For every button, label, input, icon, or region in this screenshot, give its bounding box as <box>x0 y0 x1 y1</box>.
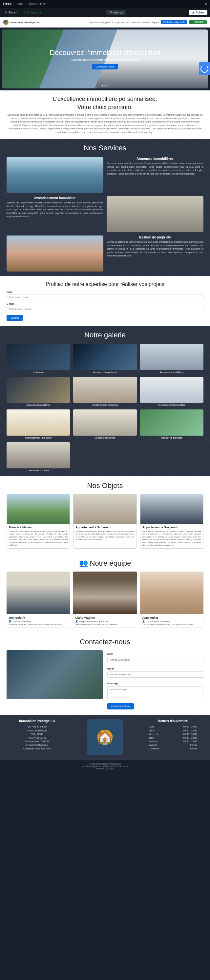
property-title: Maison à Mamer <box>9 526 67 529</box>
hours-row: SamediFermé <box>142 743 204 747</box>
footer-logo <box>87 719 123 755</box>
carousel-dot[interactable] <box>104 85 106 86</box>
contact-email-input[interactable] <box>107 671 204 678</box>
property-desc: Ce superbe appartement à Gasperich retie… <box>143 530 201 546</box>
preview-button[interactable]: 👁 Aperçu <box>106 10 126 15</box>
studio-button[interactable]: ✎ Studio <box>3 10 19 15</box>
recaptcha-badge <box>199 62 210 75</box>
gallery-item[interactable]: Gestion de propriété <box>140 409 204 439</box>
nav-link[interactable]: Services <box>131 21 140 24</box>
team-desc: S'occupe des stratégies marketing et des… <box>142 623 202 625</box>
services-section: Nos Services Annonces immobilières Décou… <box>0 139 210 276</box>
footer-hours: Heures d'ouverture Lundi09:00 - 18:00Mar… <box>142 719 204 755</box>
carousel-dot[interactable] <box>107 85 108 86</box>
contact-email-label: Email <box>107 667 114 670</box>
footer-logo-col <box>74 719 136 755</box>
lead-form-section: Profitez de notre expertise pour réalise… <box>0 276 210 326</box>
hero-title: Découvrez l'immobilier d'exception <box>50 48 160 57</box>
gallery-item[interactable]: Investissement Immobilier <box>73 377 136 406</box>
footer-company: Immobilier PrestigeLux 30, Rue du chapel… <box>6 719 68 755</box>
gallery-item[interactable]: Annonces immobilières <box>73 344 136 373</box>
intro-heading-1: L'excellence immobilière personnalisée. <box>6 95 204 102</box>
app-logo[interactable]: Oxxo <box>3 2 11 6</box>
team-card: Tom Schmit 👤Directeur Général Supervise … <box>6 571 70 627</box>
service-desc: Découvrez notre sélection exclusive d'an… <box>107 162 204 175</box>
nav-espace-client[interactable]: Espace Client <box>27 2 45 6</box>
property-image <box>140 494 203 524</box>
footer-bottom: © 2024 Immobilier PrestigeLux Mentions l… <box>0 760 210 773</box>
team-desc: Supervise toutes les opérations et les a… <box>8 623 68 625</box>
property-title: Appartement à Gasperich <box>143 526 201 529</box>
team-role: 👤Coordinateur Marketing <box>142 620 202 623</box>
gallery-item[interactable]: Investissement Immobilier <box>140 377 204 406</box>
nav-link[interactable]: Équipe <box>152 21 159 24</box>
carousel-dot[interactable] <box>102 85 103 86</box>
hero-cta-button[interactable]: Contactez-Nous <box>92 64 117 70</box>
gallery-item[interactable]: Gestion de propriété <box>73 409 136 439</box>
gallery-title: Notre galerie <box>6 331 204 339</box>
property-card[interactable]: Appartement à SchierenCet élégant appart… <box>73 494 136 549</box>
footer-email[interactable]: ✉ info@prestigelux.lu <box>6 743 68 747</box>
gallery-item[interactable]: Annonces immobilières <box>140 344 204 373</box>
service-item: Gestion de propriété Confiez la gestion … <box>107 235 204 272</box>
hours-row: Mardi09:00 - 18:00 <box>142 729 204 732</box>
footer: Immobilier PrestigeLux 30, Rue du chapel… <box>0 715 210 760</box>
services-title: Nos Services <box>6 144 204 152</box>
contact-image <box>6 650 103 699</box>
service-image <box>6 235 103 272</box>
contact-submit-button[interactable]: Contactez-Nous <box>107 703 134 710</box>
contact-msg-input[interactable] <box>107 686 204 699</box>
intro-body: Spécialisée dans les propriétés de luxe,… <box>6 113 204 134</box>
property-desc: Découvrez cette maison luxueuse et ses f… <box>9 530 67 546</box>
nav-link[interactable]: Bannière Principale <box>90 21 110 24</box>
service-item: Investissement Immobilier Explorez les o… <box>6 196 103 232</box>
property-image <box>74 494 136 524</box>
brand-name: Immobilier PrestigeLux <box>11 21 39 24</box>
team-title: 👥 Notre équipe <box>6 559 204 568</box>
team-photo <box>6 571 70 614</box>
contact-section: Contactez-nous Nom Email Message Contact… <box>0 633 210 715</box>
service-name: Investissement Immobilier <box>6 196 103 200</box>
nav-links: Bannière Principale À propos de nous Ser… <box>90 21 159 24</box>
phone-button[interactable]: 📞 88634321 <box>189 20 207 24</box>
property-image <box>7 494 70 524</box>
hours-row: Vendredi09:00 - 18:00 <box>142 740 204 743</box>
form-title: Profitez de notre expertise pour réalise… <box>6 282 204 287</box>
contact-msg-label: Message <box>107 682 119 685</box>
team-desc: Gère les opérations quotidiennes et la l… <box>75 623 135 625</box>
email-input[interactable] <box>6 306 204 312</box>
submit-button[interactable]: Submit <box>6 315 22 321</box>
service-item: Annonces immobilières Découvrez notre sé… <box>107 157 204 193</box>
email-button[interactable]: ✉ info@prestigelux.lu <box>161 20 187 24</box>
contact-name-input[interactable] <box>107 657 204 663</box>
save-button[interactable]: ✔ Enregistrer <box>21 10 43 15</box>
carousel-dots <box>102 85 108 86</box>
hours-title: Heures d'ouverture <box>142 719 204 723</box>
property-card[interactable]: Appartement à GasperichCe superbe appart… <box>140 494 204 549</box>
gear-icon[interactable]: ⚙ <box>205 2 207 6</box>
site-navbar: Immobilier PrestigeLux Bannière Principa… <box>0 17 210 27</box>
publish-button[interactable]: ☁ Publier <box>189 10 207 15</box>
property-title: Appartement à Schieren <box>75 526 134 529</box>
service-desc: Explorez les opportunités d'investisseme… <box>6 201 103 218</box>
nav-home[interactable]: Home <box>15 2 23 6</box>
service-image <box>6 157 103 193</box>
intro-heading-2: Votre choix premium. <box>6 104 204 111</box>
person-icon: 👤 <box>75 620 78 623</box>
editor-toolbar: ✎ Studio ✔ Enregistrer 👁 Aperçu ☁ Publie… <box>0 8 210 17</box>
gallery-item[interactable]: Investissement Immobilier <box>6 409 70 439</box>
hero-banner: Découvrez l'immobilier d'exception Explo… <box>2 29 208 88</box>
footer-company-title: Immobilier PrestigeLux <box>6 719 68 723</box>
nav-link[interactable]: Galerie <box>143 21 150 24</box>
person-icon: 👤 <box>142 620 145 623</box>
property-card[interactable]: Maison à MamerDécouvrez cette maison lux… <box>6 494 70 549</box>
team-section: 👥 Notre équipe Tom Schmit 👤Directeur Gén… <box>0 554 210 633</box>
name-input[interactable] <box>6 294 204 301</box>
gallery-section: Notre galerie real-estate Annonces immob… <box>0 326 210 476</box>
legal-link[interactable]: Mentions légales et politique de confide… <box>3 765 207 767</box>
nav-link[interactable]: À propos de nous <box>112 21 130 24</box>
gallery-item[interactable]: Annonces immobilières <box>6 377 70 406</box>
gallery-item[interactable]: Gestion de propriété <box>6 442 70 472</box>
intro-section: L'excellence immobilière personnalisée. … <box>0 91 210 139</box>
gallery-item[interactable]: real-estate <box>6 344 70 373</box>
